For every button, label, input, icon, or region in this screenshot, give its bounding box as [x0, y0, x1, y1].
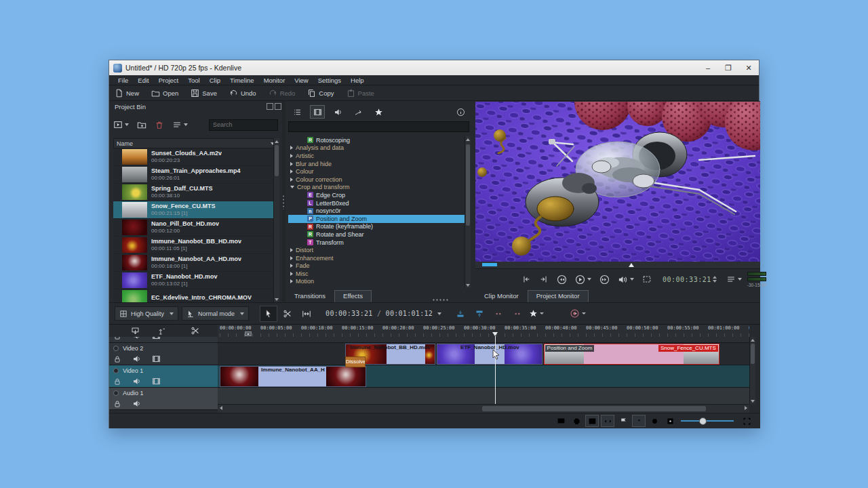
lock-icon[interactable]	[113, 377, 121, 386]
effect-category[interactable]: Fade	[288, 262, 465, 270]
tab-transitions[interactable]: Transitions	[285, 290, 334, 302]
lift-zone-button[interactable]	[490, 306, 507, 322]
effects-scrollbar[interactable]	[465, 136, 471, 288]
flag-icon[interactable]	[616, 415, 630, 427]
zoom-fit-timeline-icon[interactable]	[740, 415, 753, 427]
extract-zone-button[interactable]	[471, 306, 488, 322]
snap-icon[interactable]	[632, 415, 646, 427]
lock-icon[interactable]	[113, 399, 121, 408]
insert-track-zone-icon[interactable]	[157, 327, 166, 336]
lock-icon[interactable]	[113, 354, 121, 363]
track-header-audio-1[interactable]: Audio 1	[109, 388, 218, 410]
effect-category[interactable]: Analysis and data	[288, 144, 465, 152]
menu-project[interactable]: Project	[154, 77, 184, 84]
go-to-zone-end-button[interactable]	[539, 274, 549, 284]
copy-button[interactable]: Copy	[307, 89, 334, 98]
track-target-icon[interactable]	[113, 390, 119, 396]
bin-clip-row[interactable]: Sunset_Clouds_AA.m2v 00:00:20:23	[113, 148, 273, 166]
zoom-fit-icon[interactable]	[663, 415, 677, 427]
film-icon[interactable]	[152, 354, 161, 363]
preview-quality-select[interactable]: High Quality	[115, 306, 178, 321]
rewind-button[interactable]	[557, 274, 567, 285]
delete-button[interactable]	[155, 120, 164, 129]
effect-category[interactable]: Crop and transform	[288, 184, 465, 192]
custom-effects-icon[interactable]	[351, 105, 366, 119]
menu-monitor[interactable]: Monitor	[259, 77, 290, 84]
razor-all-icon[interactable]	[191, 326, 200, 336]
effects-search-input[interactable]	[288, 121, 469, 132]
show-all-effects-icon[interactable]	[290, 105, 304, 119]
tab-project-monitor[interactable]: Project Monitor	[528, 290, 589, 302]
create-folder-button[interactable]	[137, 120, 146, 129]
redo-button[interactable]: Redo	[269, 89, 296, 98]
info-icon[interactable]	[453, 105, 468, 119]
preview-render-button[interactable]	[569, 306, 587, 322]
timeline-transition[interactable]: Dissolve	[345, 357, 366, 367]
close-button[interactable]: ✕	[738, 60, 759, 75]
timeline-vscrollbar[interactable]	[749, 337, 755, 404]
panel-splitter-handle[interactable]	[282, 195, 285, 209]
menu-timeline[interactable]: Timeline	[225, 77, 259, 84]
effect-category[interactable]: Distort	[288, 246, 465, 254]
audio-thumbnails-icon[interactable]	[570, 415, 583, 427]
effect-item[interactable]: RRotate (keyframable)	[288, 223, 465, 231]
monitor-seek-ruler[interactable]	[475, 262, 760, 269]
bin-clip-row[interactable]: Nano_Pill_Bot_HD.mov 00:00:12:00	[113, 219, 273, 237]
timecode-spinner[interactable]	[713, 276, 717, 283]
overwrite-zone-button[interactable]	[509, 306, 526, 322]
menu-help[interactable]: Help	[346, 77, 369, 84]
effect-item[interactable]: nnosync0r	[288, 207, 465, 215]
effect-category[interactable]: Misc	[288, 270, 465, 278]
menu-settings[interactable]: Settings	[313, 77, 346, 84]
speaker-icon[interactable]	[132, 399, 141, 408]
forward-button[interactable]	[599, 274, 610, 285]
timeline-ruler[interactable]: 00:00:00:0000:00:05:0000:00:10:0000:00:1…	[218, 325, 749, 338]
add-clip-button[interactable]	[113, 120, 129, 129]
track-header-video-1[interactable]: Video 1	[109, 365, 218, 388]
bin-clip-row[interactable]: Immune_Nanobot_BB_HD.mov 00:00:11:05 [1]	[113, 237, 273, 254]
float-panel-icon[interactable]	[267, 103, 273, 110]
insert-zone-button[interactable]	[452, 306, 469, 322]
undo-button[interactable]: Undo	[229, 89, 256, 98]
track-target-icon[interactable]	[113, 346, 119, 351]
play-button[interactable]	[575, 274, 591, 285]
spacer-tool-button[interactable]	[298, 306, 315, 322]
bin-clip-row[interactable]: Spring_Daff_CU.MTS 00:00:38:10	[113, 184, 273, 201]
menu-file[interactable]: File	[113, 77, 133, 84]
speaker-icon[interactable]	[132, 377, 141, 386]
playhead-line[interactable]	[495, 336, 496, 404]
volume-button[interactable]	[618, 274, 634, 285]
menu-clip[interactable]: Clip	[205, 77, 225, 84]
tab-effects[interactable]: Effects	[334, 290, 372, 302]
timeline-clip[interactable]: Position and Zoom Snow_Fence_CU.MTS	[544, 344, 719, 365]
effect-item[interactable]: EEdge Crop	[288, 191, 465, 199]
lock-icon[interactable]	[113, 337, 121, 340]
title-bar[interactable]: Untitled* / HD 720p 25 fps - Kdenlive – …	[109, 60, 759, 75]
video-effects-icon[interactable]	[310, 105, 325, 119]
preview-target-icon[interactable]	[648, 415, 661, 427]
track-header-video-2[interactable]: Video 2	[109, 343, 218, 365]
razor-tool-button[interactable]	[279, 306, 296, 322]
effect-category[interactable]: Artistic	[288, 152, 465, 160]
favorite-effects-button[interactable]	[528, 306, 545, 322]
use-zone-icon[interactable]	[131, 327, 140, 336]
save-button[interactable]: Save	[191, 89, 217, 98]
timeline-hscrollbar[interactable]	[218, 404, 749, 413]
timeline-track-lane[interactable]	[218, 337, 749, 343]
minimize-button[interactable]: –	[698, 60, 718, 75]
open-button[interactable]: Open	[151, 89, 178, 98]
bin-scrollbar[interactable]	[273, 138, 279, 302]
bin-name-column-header[interactable]: Name	[113, 138, 278, 148]
bin-clip-row[interactable]: Steam_Train_Approaches.mp4 00:00:26:01	[113, 166, 273, 184]
automatic-transitions-icon[interactable]	[601, 415, 614, 427]
effect-item[interactable]: TTransform	[288, 239, 465, 247]
new-button[interactable]: New	[115, 89, 139, 98]
menu-view[interactable]: View	[290, 77, 313, 84]
effect-category[interactable]: Colour	[288, 167, 465, 176]
monitor-menu-button[interactable]	[726, 274, 742, 284]
search-input[interactable]	[209, 119, 278, 131]
bin-clip-row[interactable]: Immune_Nanobot_AA_HD.mov 00:00:18:00 [1]	[113, 254, 273, 272]
bin-clip-row[interactable]: Snow_Fence_CU.MTS 00:00:21:15 [1]	[113, 201, 273, 219]
speaker-icon[interactable]	[132, 354, 141, 363]
paste-button[interactable]: Paste	[347, 89, 374, 98]
